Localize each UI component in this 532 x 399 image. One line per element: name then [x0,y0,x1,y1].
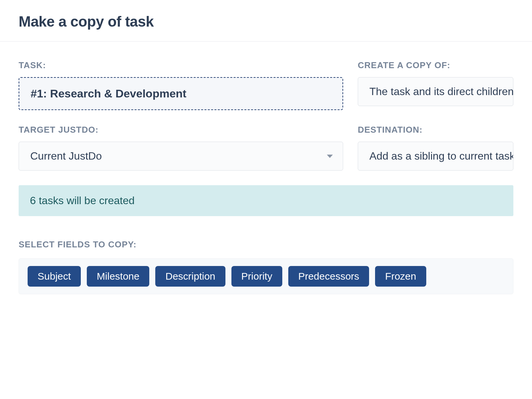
create-copy-field-group: CREATE A COPY OF: The task and its direc… [358,60,513,110]
destination-select[interactable]: Add as a sibling to current task [358,142,513,171]
modal-header: Make a copy of task [0,0,532,42]
task-field-group: TASK: #1: Research & Development [19,60,343,110]
row-1: TASK: #1: Research & Development CREATE … [19,60,513,110]
create-copy-value: The task and its direct children [369,85,513,97]
row-2: TARGET JUSTDO: Current JustDo DESTINATIO… [19,125,513,171]
select-fields-label: SELECT FIELDS TO COPY: [19,239,513,250]
fields-chip-container: Subject Milestone Description Priority P… [19,258,513,294]
target-justdo-field-group: TARGET JUSTDO: Current JustDo [19,125,343,171]
field-chip-frozen[interactable]: Frozen [375,266,426,287]
target-justdo-value: Current JustDo [30,150,102,162]
modal-title: Make a copy of task [19,13,513,30]
target-justdo-label: TARGET JUSTDO: [19,125,343,135]
task-label: TASK: [19,60,343,70]
modal-body: TASK: #1: Research & Development CREATE … [0,42,532,294]
field-chip-priority[interactable]: Priority [231,266,282,287]
destination-label: DESTINATION: [358,125,513,135]
create-copy-label: CREATE A COPY OF: [358,60,513,70]
task-value-box[interactable]: #1: Research & Development [19,77,343,110]
tasks-created-banner: 6 tasks will be created [19,185,513,216]
create-copy-select[interactable]: The task and its direct children [358,77,513,106]
copy-task-modal: Make a copy of task TASK: #1: Research &… [0,0,532,294]
destination-value: Add as a sibling to current task [369,150,513,162]
field-chip-predecessors[interactable]: Predecessors [288,266,369,287]
field-chip-milestone[interactable]: Milestone [87,266,149,287]
target-justdo-select[interactable]: Current JustDo [19,142,343,171]
field-chip-subject[interactable]: Subject [28,266,81,287]
field-chip-description[interactable]: Description [155,266,225,287]
caret-down-icon [327,155,333,158]
destination-field-group: DESTINATION: Add as a sibling to current… [358,125,513,171]
